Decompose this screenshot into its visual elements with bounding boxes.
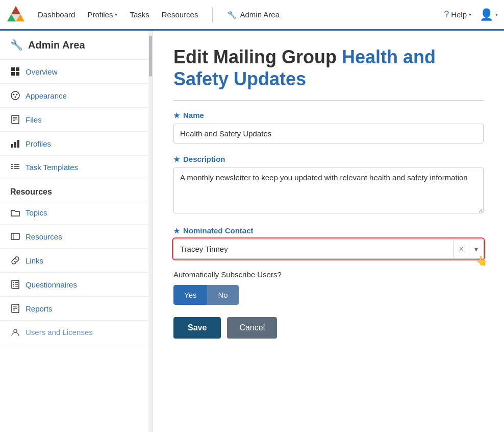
palette-icon [10,91,20,100]
svg-point-8 [11,91,19,100]
svg-point-28 [13,282,14,283]
svg-rect-16 [11,144,13,148]
sidebar-scroll-thumb[interactable] [149,36,152,77]
file-icon [10,115,20,124]
help-circle-icon: ? [444,9,449,20]
svg-rect-12 [12,115,19,124]
nav-resources[interactable]: Resources [162,10,198,19]
svg-point-9 [13,94,15,95]
sidebar-item-topics[interactable]: Topics [0,201,153,225]
svg-rect-5 [16,67,19,71]
sidebar-scrollbar[interactable] [148,31,153,432]
svg-point-11 [15,97,16,98]
user-avatar-icon: 👤 [480,8,493,21]
sidebar-item-profiles[interactable]: Profiles [0,132,153,156]
sidebar-item-reports[interactable]: Reports [0,297,153,321]
wrench-icon: 🔧 [227,10,237,19]
description-field-group: ★ Description A monthly newsletter to ke… [173,155,484,215]
save-button[interactable]: Save [173,317,221,339]
name-field-group: ★ Name [173,111,484,143]
profiles-chevron-icon: ▾ [115,12,117,17]
select-actions: × ▾ [453,241,483,258]
select-dropdown-button[interactable]: ▾ [469,241,483,257]
svg-rect-4 [11,67,15,71]
sidebar-item-task-templates[interactable]: Task Templates [0,156,153,179]
folder-icon [10,209,20,217]
nav-admin-area[interactable]: 🔧 Admin Area [227,10,280,19]
svg-marker-1 [11,6,20,14]
resource-icon [10,232,20,241]
description-label: ★ Description [173,155,484,163]
list-icon [10,163,20,172]
sidebar-item-files[interactable]: Files [0,108,153,132]
main-content: Edit Mailing Group Health and Safety Upd… [153,31,504,432]
svg-rect-7 [16,72,19,76]
reports-icon [10,304,20,313]
sidebar: 🔧 Admin Area Overview Appearance Files [0,31,153,432]
user-menu-button[interactable]: 👤 ▾ [480,8,498,21]
description-textarea[interactable]: A monthly newsletter to keep you updated… [173,167,484,213]
sidebar-item-questionnaires[interactable]: Questionnaires [0,273,153,297]
sidebar-item-appearance[interactable]: Appearance [0,84,153,108]
nominated-contact-label: ★ Nominated Contact [173,226,484,235]
name-input[interactable] [173,124,484,143]
svg-rect-17 [14,142,16,148]
yes-no-toggle: Yes No [173,285,484,305]
sidebar-resources-header: Resources [0,179,153,201]
svg-rect-6 [11,72,15,76]
action-buttons: Save Cancel [173,317,484,339]
sidebar-item-links[interactable]: Links [0,249,153,273]
selected-contact-value: Tracey Tinney [174,239,453,258]
sidebar-header: 🔧 Admin Area [0,31,153,60]
auto-subscribe-group: Automatically Subscribe Users? Yes No [173,270,484,305]
cancel-button[interactable]: Cancel [227,317,277,339]
nav-tasks[interactable]: Tasks [130,10,149,19]
description-required-star: ★ [173,155,180,163]
select-clear-button[interactable]: × [454,241,469,258]
svg-rect-18 [17,140,19,148]
svg-point-30 [13,284,14,285]
nav-right-area: ? Help ▾ 👤 ▾ [444,8,498,21]
svg-point-10 [16,94,18,95]
nav-dashboard[interactable]: Dashboard [38,10,75,19]
help-chevron-icon: ▾ [469,12,471,17]
svg-rect-25 [11,233,19,239]
page-title: Edit Mailing Group Health and Safety Upd… [173,46,484,90]
logo[interactable] [6,4,26,25]
nav-profiles[interactable]: Profiles ▾ [87,10,117,19]
contact-required-star: ★ [173,227,180,235]
user-chevron-icon: ▾ [495,12,498,17]
title-divider [173,100,484,101]
svg-point-38 [14,329,17,332]
auto-subscribe-label: Automatically Subscribe Users? [173,270,484,279]
nominated-contact-select[interactable]: Tracey Tinney × ▾ 👆 [173,239,484,259]
sidebar-wrench-icon: 🔧 [10,39,23,51]
grid-icon [10,67,20,76]
main-layout: 🔧 Admin Area Overview Appearance Files [0,31,504,432]
yes-button[interactable]: Yes [173,285,207,305]
sidebar-item-overview[interactable]: Overview [0,60,153,84]
nav-divider [212,7,213,22]
help-button[interactable]: ? Help ▾ [444,9,471,20]
name-required-star: ★ [173,111,180,119]
no-button[interactable]: No [207,285,238,305]
users-icon [10,328,20,337]
nominated-contact-group: ★ Nominated Contact Tracey Tinney × ▾ 👆 [173,226,484,259]
questionnaire-icon [10,280,20,289]
sidebar-item-resources[interactable]: Resources [0,225,153,249]
svg-point-32 [13,286,14,287]
link-icon [10,256,20,265]
top-navigation: Dashboard Profiles ▾ Tasks Resources 🔧 A… [0,0,504,31]
name-label: ★ Name [173,111,484,119]
sidebar-item-users-licenses[interactable]: Users and Licenses [0,321,153,344]
profiles-chart-icon [10,139,20,148]
